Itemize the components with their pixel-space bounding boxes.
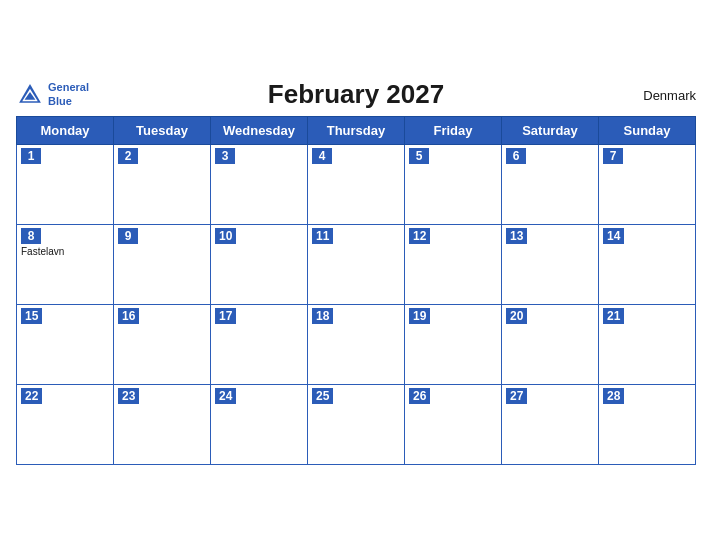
logo-line1: General: [48, 81, 89, 93]
calendar-day-cell: 21: [599, 305, 696, 385]
day-number: 24: [215, 388, 236, 404]
header-saturday: Saturday: [502, 117, 599, 145]
holiday-name: Fastelavn: [21, 246, 109, 257]
calendar-day-cell: 9: [114, 225, 211, 305]
logo-area: General Blue: [16, 81, 89, 109]
day-number: 19: [409, 308, 430, 324]
day-number: 15: [21, 308, 42, 324]
calendar-week-row: 15161718192021: [17, 305, 696, 385]
calendar-day-cell: 26: [405, 385, 502, 465]
logo-line2: Blue: [48, 95, 72, 107]
calendar-day-cell: 16: [114, 305, 211, 385]
general-blue-logo-icon: [16, 81, 44, 109]
calendar-day-cell: 8Fastelavn: [17, 225, 114, 305]
calendar-day-cell: 4: [308, 145, 405, 225]
calendar-wrapper: General Blue February 2027 Denmark Monda…: [0, 69, 712, 481]
day-number: 23: [118, 388, 139, 404]
calendar-week-row: 1234567: [17, 145, 696, 225]
header-wednesday: Wednesday: [211, 117, 308, 145]
calendar-day-cell: 18: [308, 305, 405, 385]
day-number: 7: [603, 148, 623, 164]
day-number: 16: [118, 308, 139, 324]
day-number: 27: [506, 388, 527, 404]
calendar-day-cell: 2: [114, 145, 211, 225]
calendar-day-cell: 5: [405, 145, 502, 225]
calendar-day-cell: 24: [211, 385, 308, 465]
day-number: 8: [21, 228, 41, 244]
calendar-header: General Blue February 2027 Denmark: [16, 79, 696, 110]
header-friday: Friday: [405, 117, 502, 145]
calendar-day-cell: 1: [17, 145, 114, 225]
calendar-day-cell: 28: [599, 385, 696, 465]
calendar-week-row: 22232425262728: [17, 385, 696, 465]
calendar-day-cell: 3: [211, 145, 308, 225]
calendar-day-cell: 14: [599, 225, 696, 305]
calendar-day-cell: 17: [211, 305, 308, 385]
day-number: 11: [312, 228, 333, 244]
calendar-day-cell: 22: [17, 385, 114, 465]
day-number: 26: [409, 388, 430, 404]
calendar-day-cell: 15: [17, 305, 114, 385]
day-number: 12: [409, 228, 430, 244]
day-number: 25: [312, 388, 333, 404]
day-number: 3: [215, 148, 235, 164]
calendar-day-cell: 6: [502, 145, 599, 225]
day-number: 21: [603, 308, 624, 324]
calendar-day-cell: 19: [405, 305, 502, 385]
calendar-day-cell: 23: [114, 385, 211, 465]
calendar-title: February 2027: [268, 79, 444, 110]
calendar-day-cell: 10: [211, 225, 308, 305]
header-monday: Monday: [17, 117, 114, 145]
day-number: 18: [312, 308, 333, 324]
calendar-day-cell: 7: [599, 145, 696, 225]
calendar-day-cell: 12: [405, 225, 502, 305]
day-number: 1: [21, 148, 41, 164]
calendar-day-cell: 11: [308, 225, 405, 305]
day-number: 20: [506, 308, 527, 324]
day-number: 9: [118, 228, 138, 244]
day-number: 14: [603, 228, 624, 244]
calendar-day-cell: 27: [502, 385, 599, 465]
day-number: 5: [409, 148, 429, 164]
day-number: 17: [215, 308, 236, 324]
day-number: 22: [21, 388, 42, 404]
day-number: 4: [312, 148, 332, 164]
day-number: 6: [506, 148, 526, 164]
weekday-header-row: Monday Tuesday Wednesday Thursday Friday…: [17, 117, 696, 145]
day-number: 10: [215, 228, 236, 244]
day-number: 28: [603, 388, 624, 404]
day-number: 2: [118, 148, 138, 164]
calendar-day-cell: 13: [502, 225, 599, 305]
day-number: 13: [506, 228, 527, 244]
calendar-day-cell: 20: [502, 305, 599, 385]
header-tuesday: Tuesday: [114, 117, 211, 145]
logo-text: General Blue: [48, 81, 89, 107]
country-label: Denmark: [643, 87, 696, 102]
calendar-day-cell: 25: [308, 385, 405, 465]
header-thursday: Thursday: [308, 117, 405, 145]
header-sunday: Sunday: [599, 117, 696, 145]
calendar-grid: Monday Tuesday Wednesday Thursday Friday…: [16, 116, 696, 465]
calendar-week-row: 8Fastelavn91011121314: [17, 225, 696, 305]
